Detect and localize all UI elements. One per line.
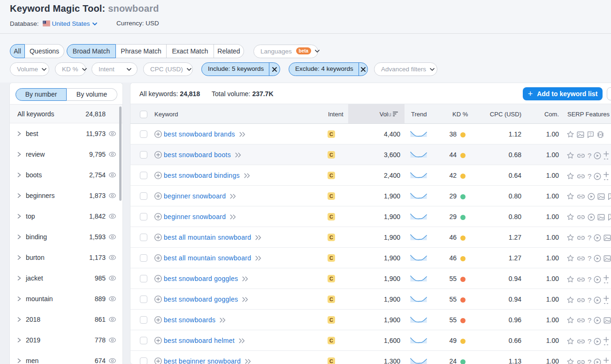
svg-text:?: ? [589,131,592,136]
